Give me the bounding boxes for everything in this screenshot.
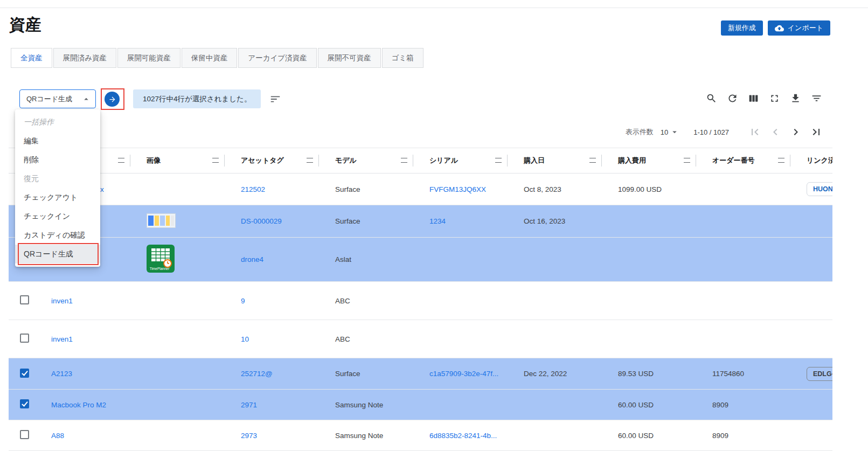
- cell-image: TimePlanner: [130, 245, 225, 274]
- menu-item-confirm-custody[interactable]: カストディの確認: [15, 226, 100, 245]
- assets-page: 資産 新規作成 インポート 全資産 展開済み資産 展開可能資産 保留中資産 アー…: [0, 0, 868, 451]
- search-icon[interactable]: [706, 93, 717, 104]
- col-header-purchase-cost[interactable]: 購入費用: [602, 148, 696, 173]
- col-header-purchase-date[interactable]: 購入日: [508, 148, 602, 173]
- rows-per-page-select[interactable]: 10: [661, 127, 679, 137]
- col-header-label: シリアル: [429, 156, 458, 165]
- tab-pending-assets[interactable]: 保留中資産: [182, 48, 238, 68]
- cell-asset-tag: 2971: [225, 401, 319, 409]
- asset-name-link[interactable]: inven1: [51, 335, 73, 343]
- asset-image-thumbnail[interactable]: TimePlanner: [147, 245, 175, 273]
- cell-image: [130, 213, 225, 230]
- linked-asset-badge[interactable]: EDLG-4: [807, 367, 832, 381]
- first-page-button: [748, 126, 761, 138]
- cell-checkbox: [9, 430, 34, 441]
- column-menu-icon[interactable]: [684, 158, 690, 163]
- row-checkbox[interactable]: [20, 334, 29, 343]
- cell-model: ABC: [319, 335, 413, 343]
- row-checkbox[interactable]: [20, 369, 29, 378]
- assets-table: 画像 アセットタグ モデル シリアル 購入日 購入費用 オーダー番号 リンク済 …: [9, 148, 832, 451]
- asset-tag-link[interactable]: DS-0000029: [241, 217, 282, 225]
- row-checkbox[interactable]: [20, 295, 29, 304]
- table-row: Macbook Pro M2 2971 Samsung Note 60.00 U…: [9, 390, 832, 420]
- sort-icon[interactable]: [269, 93, 281, 105]
- asset-tag-link[interactable]: 9: [241, 297, 245, 305]
- col-header-order-number[interactable]: オーダー番号: [696, 148, 790, 173]
- bulk-action-select[interactable]: QRコード生成: [19, 89, 96, 108]
- cell-model: Aslat: [319, 255, 413, 263]
- menu-item-checkin[interactable]: チェックイン: [15, 207, 100, 226]
- import-button-label: インポート: [788, 23, 823, 33]
- tab-trash[interactable]: ゴミ箱: [382, 48, 423, 68]
- next-page-button[interactable]: [789, 126, 802, 138]
- tab-deployed-assets[interactable]: 展開済み資産: [53, 48, 116, 68]
- table-toolbar-icons: [706, 93, 822, 104]
- col-header-linked[interactable]: リンク済: [790, 148, 832, 173]
- download-icon[interactable]: [790, 93, 801, 104]
- row-checkbox[interactable]: [20, 399, 29, 408]
- cell-linked: EDLG-4: [790, 367, 832, 381]
- asset-tag-link[interactable]: 10: [241, 335, 249, 343]
- column-menu-icon[interactable]: [212, 158, 219, 163]
- tab-archived-assets[interactable]: アーカイブ済資産: [238, 48, 316, 68]
- asset-tag-link[interactable]: 2973: [241, 432, 257, 440]
- col-header-label: 購入日: [524, 156, 545, 165]
- tabs: 全資産 展開済み資産 展開可能資産 保留中資産 アーカイブ済資産 展開不可資産 …: [11, 48, 423, 68]
- menu-item-edit[interactable]: 編集: [15, 131, 100, 150]
- col-header-asset-tag[interactable]: アセットタグ: [225, 148, 319, 173]
- col-header-model[interactable]: モデル: [319, 148, 413, 173]
- cell-name: inven1: [34, 335, 130, 343]
- col-header-serial[interactable]: シリアル: [413, 148, 508, 173]
- col-header-image[interactable]: 画像: [130, 148, 225, 173]
- cell-asset-tag: 2973: [225, 432, 319, 440]
- column-menu-icon[interactable]: [495, 158, 502, 163]
- fullscreen-icon[interactable]: [769, 93, 780, 104]
- filter-icon[interactable]: [811, 93, 822, 104]
- cell-purchase-cost: 60.00 USD: [602, 401, 696, 409]
- asset-tag-link[interactable]: 212502: [241, 185, 265, 193]
- column-menu-icon[interactable]: [778, 158, 784, 163]
- tab-all-assets[interactable]: 全資産: [11, 48, 52, 68]
- asset-name-link[interactable]: A88: [51, 432, 64, 440]
- asset-tag-link[interactable]: drone4: [241, 255, 263, 263]
- column-menu-icon[interactable]: [401, 158, 407, 163]
- tab-undeployable-assets[interactable]: 展開不可資産: [318, 48, 381, 68]
- tab-deployable-assets[interactable]: 展開可能資産: [117, 48, 180, 68]
- pagination: 表示件数 10 1-10 / 1027: [626, 126, 823, 138]
- menu-item-delete[interactable]: 削除: [15, 150, 100, 169]
- menu-item-checkout[interactable]: チェックアウト: [15, 188, 100, 207]
- cell-order-number: 11754860: [696, 370, 790, 378]
- cell-serial: FVFGM13JQ6XX: [413, 185, 508, 193]
- asset-tag-link[interactable]: 252712@: [241, 370, 273, 378]
- serial-link[interactable]: FVFGM13JQ6XX: [429, 185, 486, 193]
- linked-asset-badge[interactable]: HUON: [807, 182, 832, 196]
- serial-link[interactable]: 6d8835b2-8241-4b...: [429, 432, 497, 440]
- selection-status-chip: 1027行中4行が選択されました。: [133, 89, 261, 108]
- cell-checkbox: [9, 295, 34, 306]
- asset-name-link[interactable]: A2123: [51, 370, 72, 378]
- apply-bulk-action-button[interactable]: [105, 92, 120, 107]
- row-checkbox[interactable]: [20, 430, 29, 439]
- column-menu-icon[interactable]: [307, 158, 313, 163]
- refresh-icon[interactable]: [727, 93, 738, 104]
- column-menu-icon[interactable]: [589, 158, 596, 163]
- cell-order-number: 8909: [696, 432, 790, 440]
- cell-checkbox: [9, 369, 34, 379]
- asset-tag-link[interactable]: 2971: [241, 401, 257, 409]
- cloud-upload-icon: [775, 24, 784, 33]
- create-button[interactable]: 新規作成: [721, 20, 763, 36]
- cell-purchase-date: Oct 8, 2023: [508, 185, 602, 193]
- last-page-button[interactable]: [810, 126, 823, 138]
- rows-per-page-label: 表示件数: [626, 127, 654, 137]
- asset-name-link[interactable]: inven1: [51, 297, 73, 305]
- serial-link[interactable]: 1234: [429, 217, 446, 225]
- import-button[interactable]: インポート: [768, 20, 830, 36]
- column-menu-icon[interactable]: [118, 158, 124, 163]
- asset-name-link[interactable]: x: [100, 185, 104, 193]
- asset-name-link[interactable]: Macbook Pro M2: [51, 401, 106, 409]
- cell-serial: 1234: [413, 217, 508, 225]
- menu-item-generate-qr[interactable]: QRコード生成: [15, 245, 100, 263]
- asset-image-thumbnail[interactable]: [147, 213, 176, 228]
- columns-icon[interactable]: [748, 93, 759, 104]
- serial-link[interactable]: c1a57909-3b2e-47f...: [429, 370, 498, 378]
